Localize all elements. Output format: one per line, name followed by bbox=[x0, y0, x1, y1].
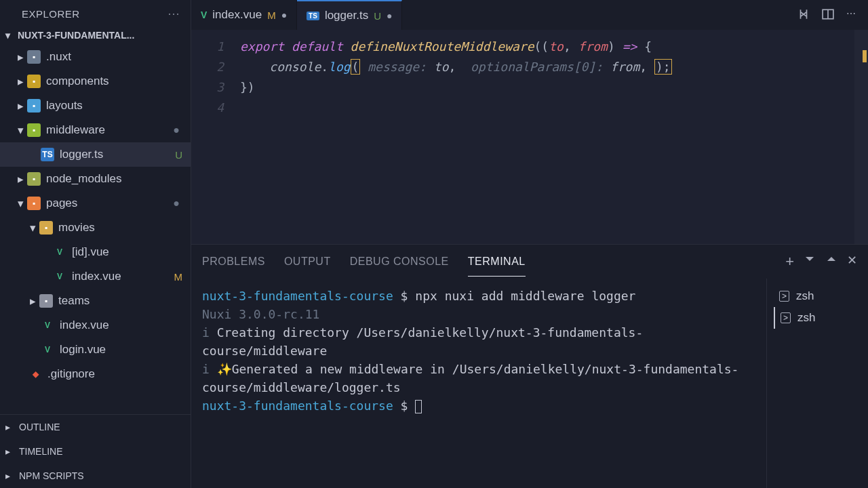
code-content[interactable]: export default defineNuxtRouteMiddleware… bbox=[240, 37, 868, 244]
shell-zsh-2[interactable]: >zsh bbox=[774, 307, 861, 329]
file-name: .gitignore bbox=[47, 367, 191, 381]
tree-item--gitignore[interactable]: ◆.gitignore bbox=[0, 362, 191, 386]
new-terminal-icon[interactable]: + bbox=[785, 253, 794, 270]
outline-section[interactable]: OUTLINE bbox=[0, 415, 191, 439]
code-line-1[interactable]: export default defineNuxtRouteMiddleware… bbox=[240, 37, 868, 57]
file-tree: ▪.nuxt▪components▪layouts▪middleware●TSl… bbox=[0, 43, 191, 414]
tree-item-pages[interactable]: ▪pages● bbox=[0, 191, 191, 216]
tab-label: logger.ts bbox=[325, 9, 368, 22]
typescript-icon: TS bbox=[307, 12, 319, 20]
folder-icon: ▪ bbox=[39, 221, 53, 235]
file-name: index.vue bbox=[60, 319, 191, 332]
tree-item-logger-ts[interactable]: TSlogger.tsU bbox=[0, 142, 191, 167]
tree-item-components[interactable]: ▪components bbox=[0, 69, 191, 94]
modified-dot-icon: ● bbox=[173, 124, 180, 136]
code-editor[interactable]: 1 2 3 4 export default defineNuxtRouteMi… bbox=[191, 30, 868, 244]
tab-debug-console[interactable]: DEBUG CONSOLE bbox=[350, 247, 449, 276]
tab-output[interactable]: OUTPUT bbox=[284, 247, 331, 276]
modified-dot-icon: ● bbox=[173, 197, 180, 209]
tab-terminal[interactable]: TERMINAL bbox=[468, 247, 526, 277]
tree-item-movies[interactable]: ▪movies bbox=[0, 216, 191, 240]
panel-actions: + ✕ bbox=[785, 253, 857, 270]
chevron-right-icon bbox=[18, 172, 27, 186]
more-icon[interactable]: ⋯ bbox=[167, 6, 180, 21]
folder-icon: ▪ bbox=[27, 197, 41, 210]
tree-item-middleware[interactable]: ▪middleware● bbox=[0, 118, 191, 142]
folder-icon: ▪ bbox=[27, 75, 41, 88]
chevron-down-icon bbox=[18, 123, 27, 138]
minimap[interactable] bbox=[854, 30, 868, 244]
tab-label: index.vue bbox=[212, 8, 262, 22]
file-name: components bbox=[46, 75, 191, 88]
terminal-output[interactable]: nuxt-3-fundamentals-course $ npx nuxi ad… bbox=[191, 279, 766, 488]
file-name: node_modules bbox=[46, 172, 191, 186]
main-area: Vindex.vueM●TSlogger.tsU● ⋯ 1 2 3 4 expo… bbox=[191, 0, 868, 488]
file-name: pages bbox=[46, 197, 173, 210]
chevron-right-icon bbox=[18, 75, 27, 89]
editor-tab-index-vue[interactable]: Vindex.vueM● bbox=[191, 0, 297, 30]
chevron-down-icon bbox=[18, 197, 27, 211]
folder-icon: ▪ bbox=[27, 123, 41, 137]
project-name-label: NUXT-3-FUNDAMENTAL... bbox=[18, 30, 134, 41]
tab-git-status: M bbox=[267, 9, 276, 21]
vue-icon: V bbox=[201, 9, 207, 20]
folder-icon: ▪ bbox=[27, 172, 41, 186]
tree-item-teams[interactable]: ▪teams bbox=[0, 289, 191, 313]
explorer-header: EXPLORER ⋯ bbox=[0, 0, 191, 27]
npm-scripts-section[interactable]: NPM SCRIPTS bbox=[0, 464, 191, 488]
code-line-2[interactable]: console.log( message: to, optionalParams… bbox=[240, 57, 868, 77]
vue-icon: V bbox=[41, 319, 54, 332]
line-gutter: 1 2 3 4 bbox=[191, 37, 240, 244]
code-line-3[interactable]: }) bbox=[240, 77, 868, 98]
tree-item--id--vue[interactable]: V[id].vue bbox=[0, 240, 191, 264]
vue-icon: V bbox=[53, 270, 66, 283]
tab-git-status: U bbox=[374, 10, 381, 22]
file-name: logger.ts bbox=[60, 148, 175, 161]
panel-tabs: PROBLEMS OUTPUT DEBUG CONSOLE TERMINAL +… bbox=[191, 245, 868, 279]
chevron-right-icon bbox=[18, 99, 27, 113]
tree-item--nuxt[interactable]: ▪.nuxt bbox=[0, 45, 191, 69]
tree-item-layouts[interactable]: ▪layouts bbox=[0, 94, 191, 118]
bottom-panel: PROBLEMS OUTPUT DEBUG CONSOLE TERMINAL +… bbox=[191, 244, 868, 488]
folder-icon: ▪ bbox=[27, 50, 41, 64]
tree-item-login-vue[interactable]: Vlogin.vue bbox=[0, 338, 191, 362]
chevron-right-icon bbox=[30, 294, 39, 308]
shell-zsh-1[interactable]: >zsh bbox=[774, 285, 861, 307]
code-line-4[interactable] bbox=[240, 98, 868, 118]
terminal-split-dropdown-icon[interactable] bbox=[804, 253, 816, 270]
more-actions-icon[interactable]: ⋯ bbox=[846, 8, 856, 22]
file-name: .nuxt bbox=[46, 50, 191, 64]
chevron-right-icon bbox=[5, 470, 15, 481]
timeline-section[interactable]: TIMELINE bbox=[0, 439, 191, 464]
dirty-indicator-icon: ● bbox=[387, 10, 392, 21]
dirty-indicator-icon: ● bbox=[281, 9, 287, 20]
folder-icon: ▪ bbox=[39, 294, 53, 308]
file-name: middleware bbox=[46, 123, 173, 137]
tree-item-index-vue[interactable]: Vindex.vue bbox=[0, 313, 191, 338]
terminal-icon: > bbox=[779, 291, 789, 302]
vue-icon: V bbox=[53, 245, 66, 259]
editor-tabs: Vindex.vueM●TSlogger.tsU● ⋯ bbox=[191, 0, 868, 30]
file-name: layouts bbox=[46, 99, 191, 113]
maximize-panel-icon[interactable] bbox=[825, 253, 837, 270]
compare-icon[interactable] bbox=[797, 8, 810, 22]
chevron-right-icon bbox=[18, 50, 27, 64]
git-status: M bbox=[174, 271, 183, 283]
file-name: teams bbox=[58, 294, 191, 308]
chevron-right-icon bbox=[5, 422, 15, 432]
tree-item-node-modules[interactable]: ▪node_modules bbox=[0, 167, 191, 191]
split-editor-icon[interactable] bbox=[822, 8, 834, 22]
editor-tab-logger-ts[interactable]: TSlogger.tsU● bbox=[297, 0, 402, 30]
project-root[interactable]: NUXT-3-FUNDAMENTAL... bbox=[0, 27, 191, 43]
tab-actions: ⋯ bbox=[797, 8, 868, 22]
file-name: login.vue bbox=[60, 343, 191, 357]
chevron-down-icon bbox=[5, 30, 15, 41]
tree-item-index-vue[interactable]: Vindex.vueM bbox=[0, 264, 191, 289]
folder-icon: ▪ bbox=[27, 99, 41, 113]
chevron-down-icon bbox=[30, 221, 39, 235]
explorer-title: EXPLORER bbox=[22, 8, 80, 20]
tab-problems[interactable]: PROBLEMS bbox=[202, 247, 265, 276]
file-name: index.vue bbox=[72, 270, 174, 283]
close-panel-icon[interactable]: ✕ bbox=[847, 253, 857, 270]
explorer-sidebar: EXPLORER ⋯ NUXT-3-FUNDAMENTAL... ▪.nuxt▪… bbox=[0, 0, 191, 488]
